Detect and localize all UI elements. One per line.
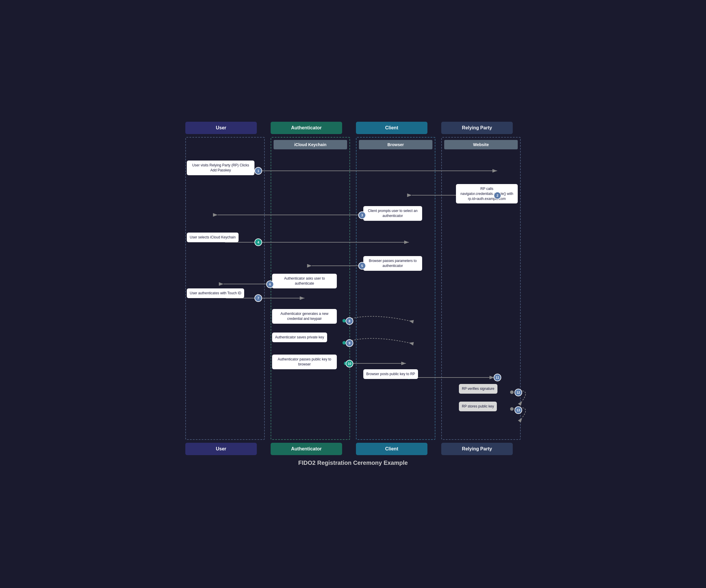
badge-4: 4 [254,239,262,246]
badge-1: 1 [254,167,262,175]
badge-10: 10 [346,360,353,368]
sub-header-client: Browser [359,140,432,149]
sub-header-relying: Website [444,140,518,149]
col-header-authenticator: Authenticator [271,122,342,134]
badge-2: 2 [494,192,501,199]
col-footer-authenticator: Authenticator [271,443,342,455]
badge-7: 7 [254,294,262,302]
badge-9: 9 [346,339,353,347]
badge-11: 11 [494,374,501,381]
badge-6: 6 [266,281,274,288]
badge-5: 5 [358,262,366,269]
sub-header-authenticator: iCloud Keychain [274,140,347,149]
col-header-user: User [185,122,257,134]
col-footer-client: Client [356,443,427,455]
diagram-container: User Authenticator Client Relying Party [176,116,530,472]
diagram-title: FIDO2 Registration Ceremony Example [182,460,524,466]
col-header-relying: Relying Party [441,122,513,134]
badge-3: 3 [358,211,366,219]
col-footer-relying: Relying Party [441,443,513,455]
badge-8: 8 [346,317,353,325]
col-header-client: Client [356,122,427,134]
badge-12: 12 [514,389,522,396]
col-footer-user: User [185,443,257,455]
badge-13: 13 [514,406,522,414]
